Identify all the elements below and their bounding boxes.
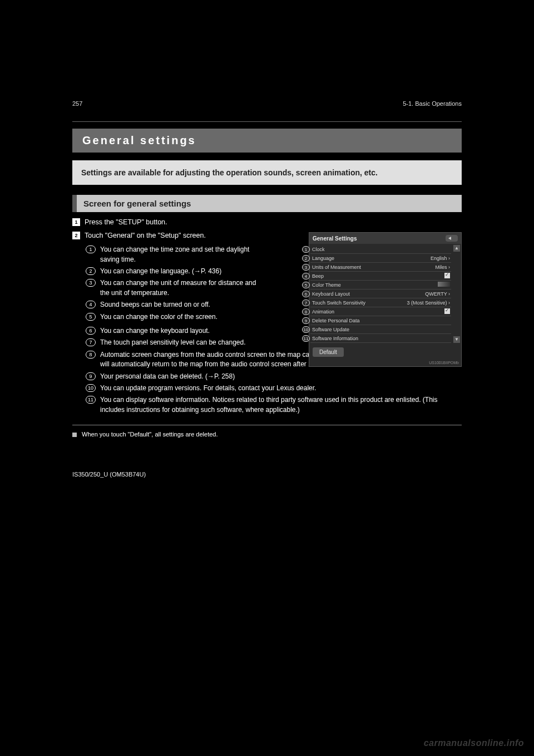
settings-row[interactable]: 8Animation — [310, 307, 451, 316]
row-value: English › — [431, 256, 450, 261]
screenshot-list: ▲ ▼ 1Clock2LanguageEnglish ›3Units of Me… — [309, 244, 461, 344]
settings-row[interactable]: 3Units of MeasurementMiles › — [310, 263, 451, 272]
item-marker-1: 1 — [86, 246, 96, 253]
item-marker-3: 3 — [86, 279, 96, 287]
settings-row[interactable]: 2LanguageEnglish › — [310, 254, 451, 263]
item-10: 10 You can update program versions. For … — [86, 384, 462, 393]
row-callout-icon: 9 — [302, 317, 310, 324]
page-watermark: carmanualsonline.info — [424, 738, 524, 748]
row-label: Keyboard Layout — [310, 291, 350, 297]
item-text-3: You can change the unit of measure for d… — [100, 278, 261, 298]
step-text-2: Touch "General" on the "Setup" screen. — [85, 231, 261, 241]
intro-text: Settings are available for adjusting the… — [72, 160, 462, 185]
settings-row[interactable]: 9Delete Personal Data — [310, 316, 451, 325]
item-marker-7: 7 — [86, 338, 96, 346]
step-text-1: Press the "SETUP" button. — [85, 218, 261, 228]
item-11: 11 You can display software information.… — [86, 395, 462, 415]
row-callout-icon: 6 — [302, 291, 310, 297]
scrollbar[interactable]: ▲ ▼ — [453, 245, 460, 343]
row-callout-icon: 4 — [302, 273, 310, 279]
step-2: 2 Touch "General" on the "Setup" screen. — [72, 231, 261, 241]
row-callout-icon: 7 — [302, 300, 310, 306]
row-callout-icon: 5 — [302, 282, 310, 288]
row-value — [444, 273, 450, 279]
check-icon[interactable] — [444, 308, 450, 314]
row-label: Units of Measurement — [310, 264, 361, 270]
settings-row[interactable]: 4Beep — [310, 272, 451, 281]
item-marker-2: 2 — [86, 267, 96, 275]
item-marker-11: 11 — [86, 396, 96, 404]
item-5: 5 You can change the color of the screen… — [86, 312, 261, 322]
row-label: Beep — [310, 273, 324, 279]
item-text-10: You can update program versions. For det… — [100, 384, 462, 393]
footnote: When you touch "Default", all settings a… — [72, 431, 462, 438]
back-icon[interactable] — [446, 235, 458, 242]
step-marker-1: 1 — [72, 218, 80, 226]
screenshot-titlebar: General Settings — [309, 233, 461, 244]
color-chip[interactable] — [438, 282, 450, 287]
footnote-text: When you touch "Default", all settings a… — [82, 431, 217, 438]
item-text-4: Sound beeps can be turned on or off. — [100, 300, 261, 310]
row-callout-icon: 10 — [302, 326, 310, 333]
settings-row[interactable]: 6Keyboard LayoutQWERTY › — [310, 289, 451, 298]
footer-model: IS350/250_U (OM53B74U) — [72, 471, 462, 478]
row-callout-icon: 8 — [302, 308, 310, 315]
item-text-5: You can change the color of the screen. — [100, 312, 261, 322]
settings-row[interactable]: 11Software Information — [310, 334, 451, 343]
bullet-icon — [72, 433, 77, 437]
row-callout-icon: 1 — [302, 246, 310, 253]
row-callout-icon: 2 — [302, 255, 310, 262]
item-9: 9 Your personal data can be deleted. (→P… — [86, 372, 462, 381]
item-marker-9: 9 — [86, 372, 96, 380]
item-2: 2 You can change the language. (→P. 436) — [86, 267, 261, 276]
row-value: 3 (Most Sensitive) › — [407, 300, 450, 306]
settings-row[interactable]: 10Software Update — [310, 325, 451, 334]
row-value — [438, 282, 450, 288]
item-marker-4: 4 — [86, 301, 96, 308]
rule-bottom — [72, 425, 462, 425]
scroll-up-icon[interactable]: ▲ — [453, 245, 460, 252]
row-label: Software Update — [310, 327, 349, 332]
settings-row[interactable]: 1Clock — [310, 245, 451, 254]
item-1: 1 You can change the time zone and set t… — [86, 245, 261, 264]
row-callout-icon: 11 — [302, 335, 310, 342]
check-icon[interactable] — [444, 273, 450, 278]
embedded-screenshot: General Settings ▲ ▼ 1Clock2LanguageEngl… — [309, 232, 462, 367]
item-text-9: Your personal data can be deleted. (→P. … — [100, 372, 462, 381]
row-label: Touch Switch Sensitivity — [310, 300, 365, 306]
row-label: Delete Personal Data — [310, 318, 360, 323]
section-label: 5-1. Basic Operations — [403, 100, 462, 107]
item-3: 3 You can change the unit of measure for… — [86, 278, 261, 298]
page-number: 257 — [72, 100, 82, 107]
row-value: Miles › — [436, 264, 451, 270]
settings-row[interactable]: 7Touch Switch Sensitivity3 (Most Sensiti… — [310, 298, 451, 307]
row-label: Language — [310, 256, 334, 261]
item-text-2: You can change the language. (→P. 436) — [100, 267, 261, 276]
scroll-down-icon[interactable]: ▼ — [453, 336, 460, 343]
item-marker-5: 5 — [86, 313, 96, 321]
item-4: 4 Sound beeps can be turned on or off. — [86, 300, 261, 310]
step-1: 1 Press the "SETUP" button. — [72, 218, 261, 228]
item-marker-8: 8 — [86, 351, 96, 359]
row-callout-icon: 3 — [302, 264, 310, 271]
step-marker-2: 2 — [72, 232, 80, 239]
item-text-1: You can change the time zone and set the… — [100, 245, 261, 264]
chapter-title: General settings — [72, 129, 462, 153]
row-label: Color Theme — [310, 282, 341, 288]
screenshot-title: General Settings — [313, 235, 357, 242]
row-label: Animation — [310, 309, 334, 315]
rule-top — [72, 121, 462, 122]
item-marker-10: 10 — [86, 384, 96, 392]
screenshot-watermark: US1001BIIPOMb — [309, 360, 461, 366]
subheading: Screen for general settings — [72, 195, 462, 212]
default-button[interactable]: Default — [313, 347, 344, 357]
row-label: Clock — [310, 247, 325, 252]
row-value — [444, 308, 450, 315]
row-label: Software Information — [310, 336, 358, 341]
row-value: QWERTY › — [425, 291, 450, 297]
item-marker-6: 6 — [86, 327, 96, 335]
item-text-11: You can display software information. No… — [100, 395, 462, 415]
settings-row[interactable]: 5Color Theme — [310, 281, 451, 289]
